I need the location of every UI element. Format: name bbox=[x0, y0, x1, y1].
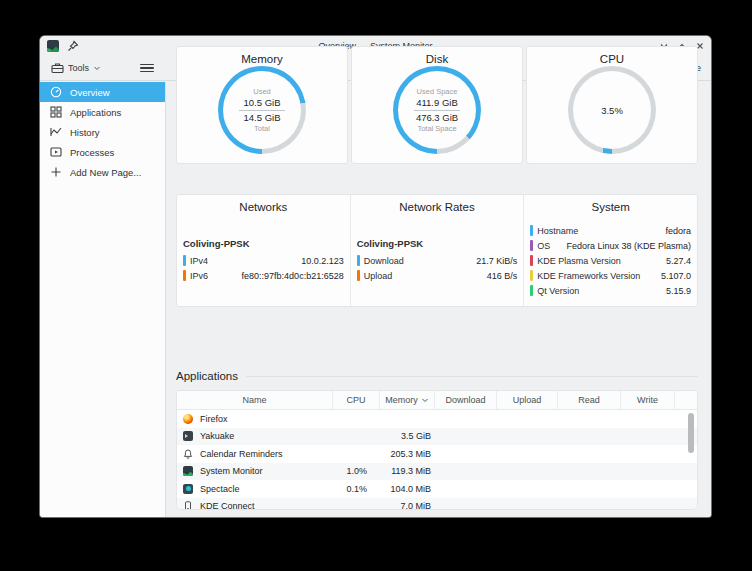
sidebar-item-label: Processes bbox=[70, 147, 114, 158]
ipv4-row: IPv4 10.0.2.123 bbox=[183, 253, 344, 268]
legend-bar bbox=[357, 255, 360, 266]
ipv4-value: 10.0.2.123 bbox=[301, 256, 344, 266]
legend-bar bbox=[530, 255, 533, 266]
column-header-read[interactable]: Read bbox=[558, 391, 621, 409]
disk-total-label: Total Space bbox=[417, 124, 456, 134]
sidebar-item-label: Overview bbox=[70, 87, 110, 98]
table-scrollbar-thumb[interactable] bbox=[688, 413, 694, 453]
cpu-gauge: 3.5% bbox=[568, 66, 656, 154]
memory-total-value: 14.5 GiB bbox=[244, 112, 281, 124]
chart-line-icon bbox=[50, 126, 62, 138]
os-value: Fedora Linux 38 (KDE Plasma) bbox=[566, 241, 691, 251]
sidebar-item-label: Applications bbox=[70, 107, 121, 118]
ipv6-row: IPv6 fe80::97fb:4d0c:b21:6528 bbox=[183, 268, 344, 283]
table-row-system-monitor[interactable]: System Monitor 1.0% 119.3 MiB bbox=[177, 463, 697, 481]
hostname-label: Hostname bbox=[537, 226, 578, 236]
legend-bar bbox=[183, 270, 186, 281]
sidebar-item-processes[interactable]: Processes bbox=[40, 142, 165, 162]
upload-value: 416 B/s bbox=[487, 271, 518, 281]
column-header-spacer bbox=[675, 391, 687, 409]
sidebar-item-add-new-page[interactable]: Add New Page... bbox=[40, 162, 165, 182]
hamburger-menu-button[interactable] bbox=[140, 61, 154, 75]
qt-version-label: Qt Version bbox=[537, 286, 579, 296]
sidebar-item-overview[interactable]: Overview bbox=[40, 82, 165, 102]
disk-gauge: Used Space 411.9 GiB 476.3 GiB Total Spa… bbox=[393, 66, 481, 154]
frameworks-version-value: 5.107.0 bbox=[661, 271, 691, 281]
sort-descending-icon bbox=[421, 396, 429, 404]
table-row-firefox[interactable]: Firefox bbox=[177, 410, 697, 428]
upload-label: Upload bbox=[364, 271, 393, 281]
firefox-icon bbox=[183, 414, 193, 424]
speedometer-icon bbox=[50, 86, 62, 98]
legend-bar bbox=[357, 270, 360, 281]
plasma-version-value: 5.27.4 bbox=[666, 256, 691, 266]
network-rates-title: Network Rates bbox=[357, 201, 518, 213]
disk-used-value: 411.9 GiB bbox=[416, 97, 458, 109]
disk-total-value: 476.3 GiB bbox=[416, 112, 458, 124]
column-header-write[interactable]: Write bbox=[621, 391, 675, 409]
memory-used-value: 10.5 GiB bbox=[244, 97, 281, 109]
disk-card: Disk Used Space 411.9 GiB 476.3 GiB Tota… bbox=[351, 46, 523, 164]
download-label: Download bbox=[364, 256, 404, 266]
memory-card-title: Memory bbox=[177, 53, 347, 65]
networks-column: Networks Coliving-PPSK IPv4 10.0.2.123 I… bbox=[177, 195, 350, 306]
upload-row: Upload 416 B/s bbox=[357, 268, 518, 283]
frameworks-version-row: KDE Frameworks Version 5.107.0 bbox=[530, 268, 691, 283]
legend-bar bbox=[530, 270, 533, 281]
system-monitor-icon bbox=[183, 466, 193, 476]
memory-card: Memory Used 10.5 GiB 14.5 GiB Total bbox=[176, 46, 348, 164]
memory-header-label: Memory bbox=[385, 395, 418, 405]
column-header-download[interactable]: Download bbox=[435, 391, 497, 409]
table-row-calendar-reminders[interactable]: Calendar Reminders 205.3 MiB bbox=[177, 445, 697, 463]
applications-table: Name CPU Memory Download Upload Read Wri… bbox=[176, 390, 698, 510]
sidebar-item-label: History bbox=[70, 127, 100, 138]
download-row: Download 21.7 KiB/s bbox=[357, 253, 518, 268]
column-header-memory[interactable]: Memory bbox=[380, 391, 435, 409]
ipv6-label: IPv6 bbox=[190, 271, 208, 281]
system-monitor-window: Overview — System Monitor Tools bbox=[40, 36, 711, 517]
plasma-version-row: KDE Plasma Version 5.27.4 bbox=[530, 253, 691, 268]
table-row-spectacle[interactable]: Spectacle 0.1% 104.0 MiB bbox=[177, 480, 697, 498]
system-title: System bbox=[530, 201, 691, 213]
table-header-row: Name CPU Memory Download Upload Read Wri… bbox=[177, 391, 697, 410]
networks-title: Networks bbox=[183, 201, 344, 213]
table-row-kde-connect[interactable]: KDE Connect 7.0 MiB bbox=[177, 498, 697, 511]
disk-used-label: Used Space bbox=[417, 87, 458, 97]
tools-menu-button[interactable]: Tools bbox=[48, 59, 104, 77]
sidebar-item-label: Add New Page... bbox=[70, 167, 141, 178]
tools-label: Tools bbox=[68, 63, 89, 73]
sidebar-item-history[interactable]: History bbox=[40, 122, 165, 142]
ipv4-label: IPv4 bbox=[190, 256, 208, 266]
memory-total-label: Total bbox=[254, 124, 270, 134]
app-name: Calendar Reminders bbox=[200, 449, 283, 459]
column-header-cpu[interactable]: CPU bbox=[333, 391, 380, 409]
network-group-name: Coliving-PPSK bbox=[183, 238, 344, 249]
app-name: Firefox bbox=[200, 414, 228, 424]
disk-card-title: Disk bbox=[352, 53, 522, 65]
sidebar-item-applications[interactable]: Applications bbox=[40, 102, 165, 122]
section-title: Applications bbox=[176, 370, 238, 382]
app-name: Spectacle bbox=[200, 484, 240, 494]
spectacle-icon bbox=[183, 484, 193, 494]
download-value: 21.7 KiB/s bbox=[476, 256, 517, 266]
memory-gauge: Used 10.5 GiB 14.5 GiB Total bbox=[218, 66, 306, 154]
cpu-card: CPU 3.5% bbox=[526, 46, 698, 164]
section-rule bbox=[246, 376, 698, 377]
cpu-card-title: CPU bbox=[527, 53, 697, 65]
column-header-upload[interactable]: Upload bbox=[497, 391, 558, 409]
gauge-cards-row: Memory Used 10.5 GiB 14.5 GiB Total Disk… bbox=[176, 46, 698, 164]
table-row-yakuake[interactable]: Yakuake 3.5 GiB bbox=[177, 428, 697, 446]
memory-used-label: Used bbox=[253, 87, 271, 97]
network-system-card: Networks Coliving-PPSK IPv4 10.0.2.123 I… bbox=[176, 194, 698, 307]
bell-icon bbox=[183, 449, 193, 459]
grid-icon bbox=[50, 106, 62, 118]
qt-version-row: Qt Version 5.15.9 bbox=[530, 283, 691, 298]
chevron-down-icon bbox=[93, 64, 101, 72]
network-group-name: Coliving-PPSK bbox=[357, 238, 518, 249]
hostname-value: fedora bbox=[665, 226, 691, 236]
sidebar: Overview Applications History Processes … bbox=[40, 82, 166, 517]
cpu-usage-value: 3.5% bbox=[601, 105, 623, 116]
plus-icon bbox=[50, 166, 62, 178]
column-header-name[interactable]: Name bbox=[177, 391, 333, 409]
frameworks-version-label: KDE Frameworks Version bbox=[537, 271, 640, 281]
